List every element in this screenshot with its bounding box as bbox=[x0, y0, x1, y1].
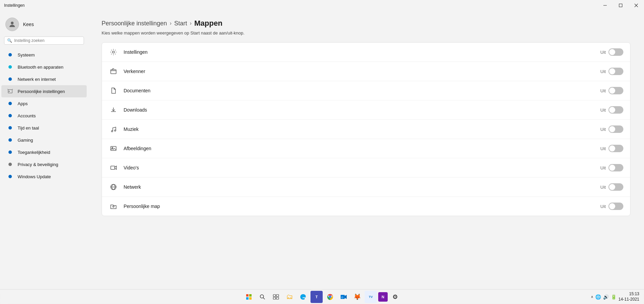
muziek-status: Uit bbox=[600, 127, 606, 132]
taskbar-outlook[interactable]: O bbox=[338, 291, 350, 303]
downloads-toggle[interactable] bbox=[608, 106, 623, 114]
taskbar-search[interactable] bbox=[256, 291, 269, 303]
taskbar-explorer[interactable]: 🗂 bbox=[283, 291, 296, 303]
netwerk-right: Uit bbox=[600, 183, 623, 191]
verkenner-icon bbox=[109, 67, 118, 76]
svg-rect-15 bbox=[246, 294, 249, 297]
row-documenten: Documenten Uit bbox=[102, 81, 630, 100]
taskbar-right: ∧ 🌐 🔊 🔋 15:13 14-11-2021 bbox=[589, 291, 641, 302]
tray-expand[interactable]: ∧ bbox=[591, 295, 593, 299]
taskbar-onenote[interactable]: N bbox=[378, 292, 388, 302]
breadcrumb-part2[interactable]: Start bbox=[174, 20, 187, 27]
documenten-status: Uit bbox=[600, 88, 606, 93]
nav-item-apps[interactable]: Apps bbox=[1, 97, 87, 110]
nav-item-gaming[interactable]: Gaming bbox=[1, 134, 87, 146]
user-name: Kees bbox=[23, 22, 34, 27]
user-section: Kees bbox=[0, 14, 88, 37]
nav-item-netwerk[interactable]: Netwerk en internet bbox=[1, 73, 87, 85]
search-icon: 🔍 bbox=[7, 38, 12, 43]
taskbar-taskview[interactable] bbox=[270, 291, 282, 303]
row-afbeeldingen: Afbeeldingen Uit bbox=[102, 139, 630, 158]
nav-item-tijd[interactable]: Tijd en taal bbox=[1, 122, 87, 134]
instellingen-toggle[interactable] bbox=[608, 48, 623, 56]
verkenner-label: Verkenner bbox=[124, 69, 595, 74]
svg-point-6 bbox=[112, 51, 114, 53]
afbeeldingen-icon bbox=[109, 144, 118, 153]
taskbar-firefox[interactable]: 🦊 bbox=[351, 291, 363, 303]
nav-item-bluetooth[interactable]: Bluetooth en apparaten bbox=[1, 61, 87, 73]
taskbar-settings[interactable]: ⚙ bbox=[389, 291, 401, 303]
close-button[interactable] bbox=[628, 0, 644, 11]
muziek-toggle[interactable] bbox=[608, 125, 623, 133]
maximize-button[interactable] bbox=[613, 0, 628, 11]
muziek-icon bbox=[109, 124, 118, 134]
videos-right: Uit bbox=[600, 164, 623, 171]
taskbar-teamviewer[interactable]: TV bbox=[365, 291, 377, 303]
nav-label-bluetooth: Bluetooth en apparaten bbox=[18, 65, 63, 70]
nav-label-gaming: Gaming bbox=[18, 138, 33, 143]
svg-rect-7 bbox=[111, 70, 116, 74]
privacy-icon bbox=[8, 163, 12, 166]
svg-point-25 bbox=[329, 296, 331, 298]
app-container: Kees 🔍 Systeem Bluetooth en apparaten Ne… bbox=[0, 11, 644, 289]
svg-rect-21 bbox=[273, 295, 276, 297]
row-muziek: Muziek Uit bbox=[102, 120, 630, 139]
nav-item-persoonlijk[interactable]: Persoonlijke instellingen bbox=[1, 85, 87, 97]
netwerk-row-icon bbox=[109, 182, 118, 192]
apps-icon bbox=[8, 102, 12, 105]
persoonlijke-map-toggle[interactable] bbox=[608, 203, 623, 210]
videos-toggle[interactable] bbox=[608, 164, 623, 171]
page-subtitle: Kies welke mappen worden weergegeven op … bbox=[102, 30, 630, 36]
videos-label: Video's bbox=[124, 165, 595, 170]
taskbar-center: 🗂 T O 🦊 TV N ⚙ bbox=[243, 291, 401, 303]
breadcrumb-current: Mappen bbox=[194, 19, 222, 28]
bluetooth-icon bbox=[8, 65, 12, 69]
taskbar-teams[interactable]: T bbox=[310, 291, 323, 303]
nav-label-tijd: Tijd en taal bbox=[18, 125, 39, 131]
toegankelijkheid-icon bbox=[8, 150, 12, 154]
nav-item-privacy[interactable]: Privacy & beveiliging bbox=[1, 158, 87, 170]
search-box[interactable]: 🔍 bbox=[4, 37, 84, 45]
nav-label-windows-update: Windows Update bbox=[18, 174, 51, 179]
nav-item-toegankelijkheid[interactable]: Toegankelijkheid bbox=[1, 146, 87, 158]
downloads-label: Downloads bbox=[124, 107, 595, 113]
svg-line-20 bbox=[263, 298, 265, 299]
netwerk-toggle[interactable] bbox=[608, 183, 623, 191]
downloads-icon bbox=[109, 105, 118, 115]
nav-item-accounts[interactable]: Accounts bbox=[1, 110, 87, 122]
row-persoonlijke-map: Persoonlijke map Uit bbox=[102, 197, 630, 216]
afbeeldingen-toggle[interactable] bbox=[608, 145, 623, 152]
persoonlijke-map-icon bbox=[109, 202, 118, 211]
documenten-toggle[interactable] bbox=[608, 87, 623, 94]
verkenner-toggle[interactable] bbox=[608, 68, 623, 75]
svg-rect-24 bbox=[276, 297, 279, 299]
nav-item-windows-update[interactable]: Windows Update bbox=[1, 170, 87, 183]
nav-item-systeem[interactable]: Systeem bbox=[1, 49, 87, 61]
accounts-icon bbox=[8, 114, 12, 117]
instellingen-right: Uit bbox=[600, 48, 623, 56]
svg-rect-12 bbox=[111, 166, 115, 169]
nav-label-netwerk: Netwerk en internet bbox=[18, 77, 56, 82]
afbeeldingen-status: Uit bbox=[600, 146, 606, 151]
row-videos: Video's Uit bbox=[102, 158, 630, 178]
svg-point-5 bbox=[9, 91, 10, 92]
minimize-button[interactable] bbox=[597, 0, 613, 11]
row-netwerk: Netwerk Uit bbox=[102, 178, 630, 197]
taskbar-start[interactable] bbox=[243, 291, 255, 303]
nav-label-toegankelijkheid: Toegankelijkheid bbox=[18, 150, 50, 155]
taskbar-chrome[interactable] bbox=[324, 291, 336, 303]
svg-text:O: O bbox=[341, 296, 343, 299]
breadcrumb-part1[interactable]: Persoonlijke instellingen bbox=[102, 20, 167, 27]
svg-point-4 bbox=[11, 22, 14, 24]
documenten-right: Uit bbox=[600, 87, 623, 94]
search-input[interactable] bbox=[14, 38, 81, 43]
documenten-icon bbox=[109, 86, 118, 95]
taskbar-edge[interactable] bbox=[297, 291, 309, 303]
titlebar-controls bbox=[597, 0, 644, 11]
videos-status: Uit bbox=[600, 165, 606, 170]
system-clock[interactable]: 15:13 14-11-2021 bbox=[619, 291, 639, 302]
svg-rect-22 bbox=[276, 295, 279, 297]
titlebar-title: Instellingen bbox=[4, 3, 25, 8]
muziek-right: Uit bbox=[600, 125, 623, 133]
systeem-icon bbox=[8, 53, 12, 56]
